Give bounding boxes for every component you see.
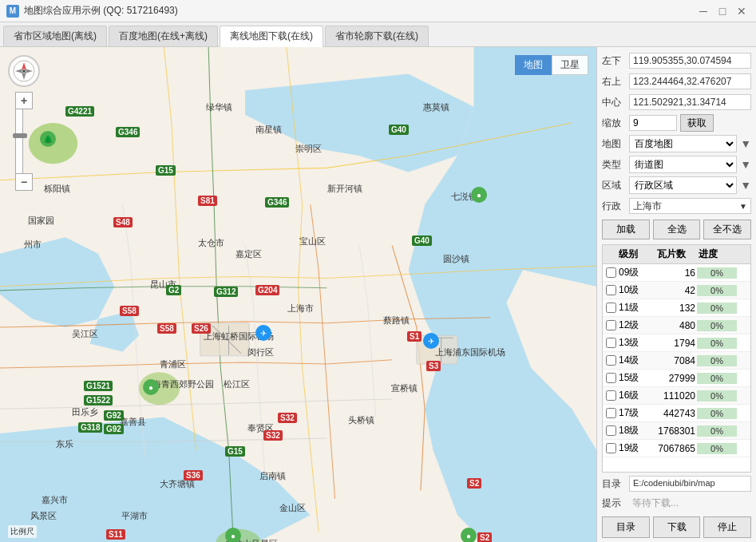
zoom-in-button[interactable]: + (15, 92, 33, 109)
table-cell-checkbox[interactable] (604, 302, 617, 314)
map-select-arrow: ▼ (740, 137, 751, 150)
level-checkbox-8[interactable] (606, 408, 616, 418)
deselect-all-button[interactable]: 全不选 (703, 220, 751, 239)
table-row: 10级420% (603, 282, 750, 299)
title-bar: M 地图综合应用示例 (QQ: 517216493) ─ □ ✕ (0, 0, 756, 22)
level-checkbox-7[interactable] (606, 390, 616, 401)
dir-label: 目录 (602, 477, 626, 491)
poi-marker[interactable]: ● (471, 187, 487, 203)
map-select[interactable]: 百度地图 高德地图 谷歌地图 (629, 135, 737, 152)
header-checkbox (604, 247, 617, 262)
map-type-satellite-button[interactable]: 卫星 (552, 55, 588, 75)
download-button[interactable]: 下载 (653, 516, 701, 538)
bottom-buttons: 目录 下载 停止 (602, 516, 751, 538)
table-cell-checkbox[interactable] (604, 354, 617, 366)
level-checkbox-3[interactable] (606, 320, 616, 330)
table-cell-tiles: 1768301 (655, 425, 697, 437)
table-cell-progress: 0% (697, 443, 737, 454)
map-select-label: 地图 (602, 137, 626, 151)
poi-marker[interactable]: ● (143, 379, 159, 395)
table-cell-checkbox[interactable] (604, 319, 617, 331)
type-select[interactable]: 街道图 卫星图 混合图 (629, 156, 737, 173)
table-cell-progress: 0% (697, 320, 737, 331)
center-row: 中心 121.502921,31.34714 (602, 93, 751, 111)
type-select-label: 类型 (602, 158, 626, 172)
hint-value: 等待下载... (629, 495, 751, 512)
minimize-button[interactable]: ─ (695, 5, 711, 18)
header-level: 级别 (617, 247, 655, 262)
region-select-row: 区域 行政区域 矩形区域 ▼ (602, 176, 751, 194)
map-controls: + − (8, 55, 40, 191)
zoom-label: 缩放 (602, 117, 626, 130)
table-cell-tiles: 7084 (655, 354, 697, 367)
region-select[interactable]: 行政区域 矩形区域 (629, 176, 737, 194)
level-checkbox-6[interactable] (606, 373, 616, 383)
table-cell-tiles: 42 (655, 284, 697, 297)
compass-control[interactable] (8, 55, 40, 87)
dir-button[interactable]: 目录 (602, 516, 650, 538)
zoom-input[interactable] (629, 115, 677, 131)
right-up-row: 右上 123.244464,32.476207 (602, 73, 751, 90)
zoom-slider[interactable] (15, 109, 23, 173)
maximize-button[interactable]: □ (714, 5, 730, 18)
header-tiles: 瓦片数 (655, 247, 697, 262)
table-cell-progress: 0% (697, 338, 737, 349)
right-panel: 左下 119.905355,30.074594 右上 123.244464,32… (596, 47, 756, 542)
right-up-label: 右上 (602, 75, 626, 89)
dir-value: E:/codeniubi/bin/map (629, 476, 751, 492)
table-cell-checkbox[interactable] (604, 425, 617, 437)
admin-value[interactable]: 上海市 ▼ (629, 198, 751, 214)
left-down-row: 左下 119.905355,30.074594 (602, 52, 751, 69)
level-checkbox-10[interactable] (606, 443, 616, 453)
level-checkbox-2[interactable] (606, 303, 616, 313)
poi-marker[interactable]: ✈ (423, 333, 439, 349)
tab-tab4[interactable]: 省市轮廓下载(在线) (325, 26, 429, 46)
map-type-map-button[interactable]: 地图 (515, 55, 552, 75)
poi-marker[interactable]: 🌲 (40, 131, 56, 147)
close-button[interactable]: ✕ (734, 5, 750, 18)
zoom-handle (13, 133, 27, 138)
poi-marker[interactable]: ✈ (255, 325, 271, 341)
level-checkbox-4[interactable] (606, 338, 616, 348)
table-cell-level: 12级 (617, 318, 655, 333)
select-all-button[interactable]: 全选 (653, 220, 701, 239)
table-cell-checkbox[interactable] (604, 337, 617, 349)
table-cell-tiles: 132 (655, 302, 697, 315)
stop-button[interactable]: 停止 (703, 516, 751, 538)
table-cell-checkbox[interactable] (604, 284, 617, 296)
level-checkbox-9[interactable] (606, 425, 616, 436)
map-area[interactable]: 绿华镇南星镇崇明区惠莫镇新开河镇七涚镇太仓市嘉定区宝山区圆沙镇昆山市上海市蔡路镇… (0, 47, 596, 542)
level-checkbox-5[interactable] (606, 355, 616, 366)
tab-tab1[interactable]: 省市区域地图(离线) (3, 26, 107, 46)
table-cell-checkbox[interactable] (604, 267, 617, 279)
level-checkbox-0[interactable] (606, 267, 616, 278)
table-row: 12级4800% (603, 317, 750, 334)
load-button[interactable]: 加载 (602, 220, 650, 239)
table-row: 14级70840% (603, 352, 750, 370)
get-button[interactable]: 获取 (680, 114, 714, 132)
table-row: 17级4427430% (603, 405, 750, 422)
admin-label: 行政 (602, 200, 626, 213)
map-background (0, 47, 596, 542)
table-cell-tiles: 7067865 (655, 442, 697, 455)
table-cell-checkbox[interactable] (604, 442, 617, 454)
map-type-buttons: 地图 卫星 (515, 55, 588, 75)
zoom-out-button[interactable]: − (15, 173, 33, 191)
table-row: 11级1320% (603, 299, 750, 317)
table-cell-level: 14级 (617, 353, 655, 368)
table-cell-checkbox[interactable] (604, 390, 617, 402)
table-row: 09级160% (603, 264, 750, 282)
tab-tab3[interactable]: 离线地图下载(在线) (220, 26, 323, 47)
table-cell-tiles: 480 (655, 319, 697, 332)
tab-tab2[interactable]: 百度地图(在线+离线) (109, 26, 218, 46)
table-cell-checkbox[interactable] (604, 372, 617, 384)
level-checkbox-1[interactable] (606, 285, 616, 295)
table-cell-level: 10级 (617, 283, 655, 298)
poi-marker[interactable]: ● (461, 528, 477, 542)
app-title: 地图综合应用示例 (QQ: 517216493) (24, 4, 178, 18)
table-cell-tiles: 442743 (655, 407, 697, 420)
table-cell-checkbox[interactable] (604, 407, 617, 419)
poi-marker[interactable]: ● (225, 528, 241, 542)
main-layout: 绿华镇南星镇崇明区惠莫镇新开河镇七涚镇太仓市嘉定区宝山区圆沙镇昆山市上海市蔡路镇… (0, 47, 756, 542)
map-select-row: 地图 百度地图 高德地图 谷歌地图 ▼ (602, 135, 751, 152)
